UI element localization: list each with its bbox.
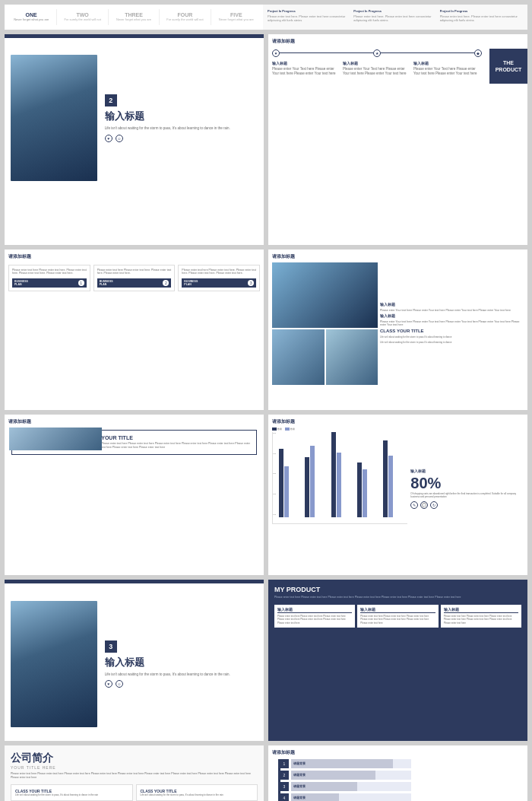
slide7-right: 输入标题 80% Of shopping carts are abandoned…: [410, 428, 524, 550]
slide9-cards: 输入标题 Please enter text here Please enter…: [274, 605, 521, 628]
slide10-title: 公司简介: [11, 752, 258, 765]
slide-input-title-2: 2 输入标题 Life isn't about waiting for the …: [5, 34, 264, 245]
slide6-box-text: Please enter text here Please enter text…: [101, 442, 252, 450]
company-card-2: CLASS YOUR TITLE Life isn't about waitin…: [136, 784, 258, 801]
slide5-input-title2: 输入标题: [380, 314, 524, 318]
slide7-header: 请添加标题: [272, 418, 524, 425]
slide11-right: 输入标题 Lorem ipsum dolor sit amet consecte…: [414, 759, 524, 801]
bar-group-3: [331, 432, 356, 517]
slide5-input-text2: Please enter Your text here Please enter…: [380, 320, 524, 326]
bar-group-1: [279, 432, 303, 517]
icon-edit: ✎: [410, 501, 418, 509]
timeline-dot-1: ♥: [272, 49, 280, 57]
slide6-box-title: YOUR TITLE: [101, 435, 252, 440]
chart-y-axis: 500400300200100: [273, 432, 276, 517]
icon-smile-2: ☺: [116, 680, 123, 688]
icon-chat: 💬: [420, 501, 428, 509]
slide5-img-bot-1: [272, 329, 325, 384]
bp-card-3: Please enter text here Please enter text…: [178, 265, 260, 292]
bp-card-1: Please enter text here Please enter text…: [8, 265, 90, 292]
slide3-timeline: ♥ ★ ◆: [272, 49, 482, 57]
product-card-1: 输入标题 Please enter text here Please enter…: [274, 605, 355, 628]
slide11-header: 请添加标题: [272, 749, 524, 756]
legend-item-1: 数量: [272, 428, 282, 431]
product-label: THEPRODUCT: [496, 59, 522, 73]
slide9-title: MY PRODUCT: [274, 586, 521, 593]
slide8-icons: ♥ ☺: [105, 680, 255, 688]
slide8-image: [11, 601, 97, 727]
bar-group-5: [383, 432, 407, 517]
icon-smile: ☺: [116, 135, 123, 142]
slide5-class-text1: Life isn't about waiting for the storm t…: [380, 335, 524, 339]
bar-2a: [305, 457, 309, 517]
slide-my-product: MY PRODUCT Please enter text here Please…: [268, 580, 527, 740]
banner-item-2: TWO For surely the world will not: [57, 9, 108, 25]
info-bar-2: 请题背景: [291, 771, 411, 780]
slide5-input-text1: Please enter Your text here Please enter…: [380, 309, 524, 312]
slide6-img: [9, 428, 102, 450]
timeline-line-1: [280, 52, 373, 53]
slide5-img-top: [272, 262, 378, 329]
slide8-num: 3: [105, 640, 117, 653]
slide5-input-title1: 输入标题: [380, 303, 524, 307]
icon-share: ↻: [430, 501, 438, 509]
timeline-line-2: [381, 52, 474, 53]
slide2-text: 2 输入标题 Life isn't about waiting for the …: [102, 91, 258, 145]
slide7-pct-text: Of shopping carts are abandoned right be…: [410, 492, 524, 499]
bar-group-4: [357, 432, 382, 517]
slide5-text: 输入标题 Please enter Your text here Please …: [380, 262, 524, 385]
slide9-intro: Please enter text here Please enter text…: [274, 596, 521, 599]
slide5-img-bot-2: [326, 329, 378, 384]
slide2-image: [11, 55, 97, 181]
slide7-main: 数量 数量 500400300200100: [272, 428, 524, 550]
slide3-col2: 输入标题 Please enter Your Text here Please …: [343, 62, 411, 81]
info-row-3: 3 请题背景: [280, 782, 411, 791]
slide5-class-title: CLASS YOUR TITLE: [380, 329, 524, 333]
pencil-line: [278, 759, 280, 801]
slide6-text-area: YOUR TITLE Please enter text here Please…: [101, 435, 252, 450]
slide-class-title: 请添加标题 输入标题 Please enter Your text here P…: [268, 250, 527, 410]
slide3-col1: 输入标题 Please enter Your Text here Please …: [272, 62, 340, 81]
bar-3b: [337, 453, 341, 517]
product-card-3: 输入标题 Please enter text here Please enter…: [441, 605, 521, 628]
bp-card-2-footer: BUSINESS PLAN 2: [97, 278, 172, 288]
slide2-title: 输入标题: [105, 110, 255, 123]
slide3-header: 请添加标题: [272, 38, 524, 45]
bar-fill-1: [291, 759, 393, 768]
bar-5b: [388, 456, 393, 517]
info-row-1: 1 请题背景: [280, 759, 411, 768]
slide-infographic: 请添加标题 1 请题背景: [268, 745, 527, 801]
slide7-bottom-icons: ✎ 💬 ↻: [410, 501, 524, 509]
icon-heart: ♥: [105, 135, 112, 142]
slide2-body: Life isn't about waiting for the storm t…: [105, 126, 255, 132]
timeline-dot-3: ◆: [474, 49, 482, 57]
chart-legend: 数量 数量: [272, 428, 407, 431]
legend-item-2: 数量: [285, 428, 295, 431]
slide10-body: Please enter text here Please enter text…: [11, 772, 258, 780]
slide2-num: 2: [105, 94, 117, 106]
banner-item-3: THREE Never forget what you are: [109, 9, 160, 25]
info-row-2: 2 请题背景: [280, 771, 411, 780]
slide-your-title: 请添加标题 YOUR TITLE Please enter text here …: [5, 415, 264, 575]
slide8-title: 输入标题: [105, 656, 255, 669]
slide10-cards: CLASS YOUR TITLE Life isn't about waitin…: [11, 784, 258, 801]
banner-item-5: FIVE Never forget what you are: [211, 9, 261, 25]
info-row-4: 4 请题背景: [280, 793, 411, 801]
chart-bars: 500400300200100: [272, 432, 407, 524]
bar-4a: [357, 462, 362, 517]
slide4-cards: Please enter text here Please enter text…: [8, 265, 260, 292]
slide-business-plan: 请添加标题 Please enter text here Please ente…: [5, 250, 264, 410]
info-bar-1: 请题背景: [291, 759, 411, 768]
bar-2b: [310, 446, 315, 517]
slide6-box: YOUR TITLE Please enter text here Please…: [11, 430, 257, 456]
slide11-bars: 1 请题背景 2 请题背景: [272, 759, 411, 801]
slide7-pct: 80%: [410, 475, 524, 492]
product-card-2: 输入标题 Please enter text here Please enter…: [357, 605, 438, 628]
info-bar-3: 请题背景: [291, 782, 411, 791]
bp-card-2: Please enter text here Please enter text…: [93, 265, 176, 292]
slide-grid: ONE Never forget what you are TWO For su…: [0, 0, 532, 801]
company-card-1: CLASS YOUR TITLE Life isn't about waitin…: [11, 784, 133, 801]
slide-banner: ONE Never forget what you are TWO For su…: [5, 5, 527, 30]
info-bar-4: 请题背景: [291, 793, 411, 801]
product-badge: THEPRODUCT: [489, 49, 527, 84]
